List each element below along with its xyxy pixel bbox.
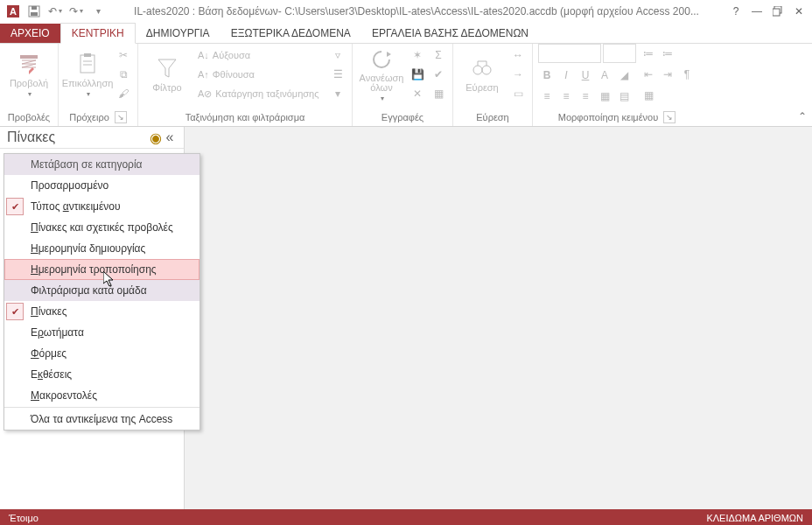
menu-item-tables-views-label: Πίνακες και σχετικές προβολές (31, 221, 173, 234)
view-label: Προβολή (10, 78, 48, 88)
totals-icon[interactable]: Σ (430, 46, 447, 64)
svg-rect-7 (20, 55, 38, 59)
menu-item-queries-label: Ερωτήματα (31, 326, 84, 339)
app-icon[interactable]: A (4, 2, 23, 21)
replace-icon[interactable]: ↔ (509, 46, 527, 64)
group-find: Εύρεση ↔ → ▭ Εύρεση (453, 44, 533, 126)
filter-button[interactable]: Φίλτρο (144, 46, 191, 103)
find-button[interactable]: Εύρεση (458, 46, 506, 103)
gridlines-icon[interactable]: ▦ (596, 88, 613, 105)
more-records-icon[interactable]: ▦ (430, 85, 447, 102)
tab-file[interactable]: ΑΡΧΕΙΟ (0, 24, 60, 43)
menu-item-object-type[interactable]: ✔ Τύπος αντικειμένου (4, 196, 200, 217)
nav-category-dropdown-icon[interactable]: ◉ (149, 130, 163, 144)
select-icon[interactable]: ▭ (509, 85, 527, 102)
alt-row-icon[interactable]: ▤ (615, 88, 633, 105)
delete-record-icon[interactable]: ✕ (409, 85, 426, 102)
refresh-button[interactable]: Ανανέωση όλων ▾ (358, 46, 405, 103)
svg-point-16 (482, 66, 491, 74)
sort-clear-button[interactable]: A⊘Κατάργηση ταξινόμησης (194, 85, 326, 102)
view-icon (17, 52, 41, 76)
menu-header-filter-group: Φιλτράρισμα κατά ομάδα (4, 280, 200, 301)
bullets-icon[interactable]: ≔ (640, 45, 657, 62)
font-color-icon[interactable]: A (596, 66, 613, 84)
align-left-icon[interactable]: ≡ (538, 88, 556, 105)
check-icon: ✔ (6, 198, 24, 215)
numbering-icon[interactable]: ≔ (659, 45, 676, 62)
menu-item-forms-label: Φόρμες (31, 347, 66, 360)
menu-item-queries[interactable]: Ερωτήματα (4, 322, 200, 343)
status-numlock: ΚΛΕΙΔΩΜΑ ΑΡΙΘΜΩΝ (706, 513, 803, 523)
new-record-icon[interactable]: ✶ (409, 46, 426, 64)
nav-pane-title: Πίνακες (7, 130, 149, 145)
view-button[interactable]: Προβολή ▾ (5, 46, 52, 103)
menu-item-tables[interactable]: ✔ Πίνακες (4, 301, 200, 322)
cell-format-icon[interactable]: ▦ (640, 87, 657, 104)
copy-icon[interactable]: ⧉ (115, 66, 132, 83)
menu-item-object-type-label: Τύπος αντικειμένου (31, 200, 121, 213)
underline-icon[interactable]: U (577, 66, 594, 84)
refresh-label: Ανανέωση όλων (358, 74, 405, 93)
menu-item-all-objects[interactable]: Όλα τα αντικείμενα της Access (4, 409, 200, 430)
goto-icon[interactable]: → (509, 66, 527, 83)
collapse-ribbon-icon[interactable]: ⌃ (798, 110, 807, 122)
redo-icon[interactable]: ↷▾ (66, 2, 86, 21)
font-name-dropdown[interactable] (538, 44, 601, 63)
nav-pane-header[interactable]: Πίνακες ◉ « (0, 127, 184, 149)
group-find-label: Εύρεση (458, 108, 527, 126)
bold-icon[interactable]: B (538, 66, 556, 84)
textformat-launcher-icon[interactable]: ↘ (663, 111, 676, 123)
group-clipboard-label: Πρόχειρο (69, 112, 109, 122)
tab-dbtools[interactable]: ΕΡΓΑΛΕΙΑ ΒΑΣΗΣ ΔΕΔΟΜΕΝΩΝ (361, 24, 539, 43)
close-icon[interactable]: ✕ (789, 2, 808, 21)
font-size-dropdown[interactable] (603, 44, 636, 63)
cut-icon[interactable]: ✂ (115, 46, 132, 64)
sort-asc-label: Αύξουσα (213, 50, 250, 60)
italic-icon[interactable]: I (557, 66, 575, 84)
sort-clear-icon: A⊘ (198, 88, 212, 100)
minimize-icon[interactable]: — (747, 2, 766, 21)
paste-button[interactable]: Επικόλληση ▾ (64, 46, 111, 103)
sort-asc-button[interactable]: A↓Αύξουσα (194, 46, 326, 64)
window-title: IL-ates2020 : Βάση δεδομένων- C:\Users\u… (108, 5, 724, 18)
align-right-icon[interactable]: ≡ (577, 88, 594, 105)
menu-item-forms[interactable]: Φόρμες (4, 343, 200, 364)
menu-item-reports[interactable]: Εκθέσεις (4, 364, 200, 385)
tab-external[interactable]: ΕΞΩΤΕΡΙΚΑ ΔΕΔΟΜΕΝΑ (220, 24, 361, 43)
status-bar: Έτοιμο ΚΛΕΙΔΩΜΑ ΑΡΙΘΜΩΝ (0, 509, 812, 525)
text-direction-icon[interactable]: ¶ (678, 66, 696, 83)
save-icon[interactable] (24, 2, 44, 21)
tab-create[interactable]: ΔΗΜΙΟΥΡΓΙΑ (136, 24, 220, 43)
menu-item-macros-label: Μακροεντολές (31, 389, 97, 402)
align-center-icon[interactable]: ≡ (557, 88, 575, 105)
group-sortfilter: Φίλτρο A↓Αύξουσα A↑Φθίνουσα A⊘Κατάργηση … (138, 44, 353, 126)
save-record-icon[interactable]: 💾 (409, 66, 426, 83)
menu-item-custom[interactable]: Προσαρμοσμένο (4, 175, 200, 196)
undo-icon[interactable]: ↶▾ (46, 2, 65, 21)
group-records: Ανανέωση όλων ▾ ✶ 💾 ✕ Σ ✔ ▦ Εγγραφές (353, 44, 453, 126)
fill-color-icon[interactable]: ◢ (615, 66, 633, 84)
restore-icon[interactable] (768, 2, 788, 21)
format-painter-icon[interactable]: 🖌 (115, 85, 132, 102)
menu-item-modified-date[interactable]: Ημερομηνία τροποποίησης (4, 259, 200, 280)
selection-filter-icon[interactable]: ▿ (329, 46, 346, 64)
menu-item-macros[interactable]: Μακροεντολές (4, 385, 200, 406)
advanced-filter-icon[interactable]: ☰ (329, 66, 346, 83)
nav-collapse-icon[interactable]: « (163, 130, 177, 144)
ribbon-tabs: ΑΡΧΕΙΟ ΚΕΝΤΡΙΚΗ ΔΗΜΙΟΥΡΓΙΑ ΕΞΩΤΕΡΙΚΑ ΔΕΔ… (0, 22, 812, 44)
sort-desc-button[interactable]: A↑Φθίνουσα (194, 66, 326, 83)
sort-clear-label: Κατάργηση ταξινόμησης (215, 88, 318, 99)
svg-rect-6 (773, 9, 780, 16)
clipboard-launcher-icon[interactable]: ↘ (115, 111, 127, 123)
spelling-icon[interactable]: ✔ (430, 66, 447, 83)
help-icon[interactable]: ? (726, 2, 746, 21)
svg-point-15 (473, 66, 482, 74)
menu-item-created-date[interactable]: Ημερομηνία δημιουργίας (4, 238, 200, 259)
qat-customize-icon[interactable]: ▾ (88, 2, 107, 21)
decrease-indent-icon[interactable]: ⇤ (640, 66, 657, 83)
menu-item-tables-views[interactable]: Πίνακες και σχετικές προβολές (4, 217, 200, 238)
toggle-filter-icon[interactable]: ▾ (329, 85, 346, 102)
tab-home[interactable]: ΚΕΝΤΡΙΚΗ (60, 23, 136, 44)
increase-indent-icon[interactable]: ⇥ (659, 66, 676, 83)
svg-marker-14 (387, 52, 391, 57)
